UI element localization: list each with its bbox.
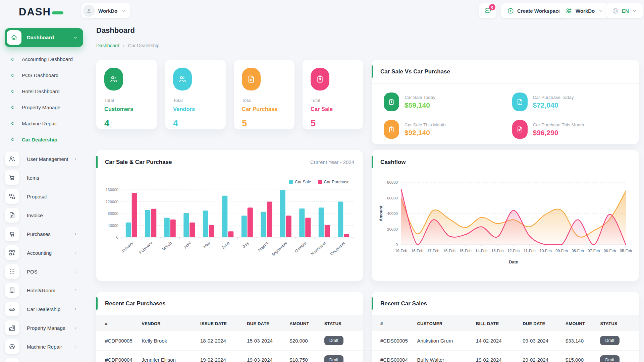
home-icon xyxy=(10,34,18,41)
sidebar-item-label: Items xyxy=(27,175,39,181)
breadcrumb: Dashboard › Car Dealership xyxy=(96,43,159,48)
cell: 19-02-2024 xyxy=(200,350,247,362)
svg-text:18-Feb: 18-Feb xyxy=(411,249,423,253)
svg-text:January: January xyxy=(120,241,134,254)
svg-text:11-Feb: 11-Feb xyxy=(524,249,536,253)
cell: $15,000 xyxy=(566,350,600,362)
sidebar-item-property-manage[interactable]: Property Manage xyxy=(0,318,90,337)
sidebar-subitem-pos-dashboard[interactable]: POS Dashboard xyxy=(0,67,90,83)
sidebar-item-calender[interactable]: Calender xyxy=(0,356,90,362)
card-header: Cashflow xyxy=(372,150,639,174)
column-header: VENDOR xyxy=(142,316,200,331)
svg-text:80000: 80000 xyxy=(108,212,118,216)
legend-item-car-sale[interactable]: Car Sale xyxy=(289,180,311,184)
chevron-right-icon xyxy=(73,269,78,274)
svp-value: $96,290 xyxy=(533,129,584,137)
sidebar-item-invoice[interactable]: Invoice xyxy=(0,206,90,225)
svp-item-car-sale-today: Car Sale Today$59,140 xyxy=(384,93,499,111)
cell: $20,000 xyxy=(289,331,324,350)
messages-button[interactable]: 0 xyxy=(479,3,496,18)
status-cell: Draft xyxy=(324,331,363,350)
chevron-right-icon xyxy=(73,157,78,161)
sidebar-item-pos[interactable]: POS xyxy=(0,262,90,281)
sidebar-subitem-label: Accounting Dashboard xyxy=(22,56,73,62)
sidebar-item-dashboard[interactable]: Dashboard xyxy=(5,28,83,47)
invoice-icon xyxy=(8,212,16,219)
chevron-right-icon xyxy=(73,288,78,293)
cell: Buffy Walter xyxy=(417,350,476,362)
svg-text:0: 0 xyxy=(116,235,118,239)
sidebar-item-car-dealership[interactable]: Car Dealership xyxy=(0,300,90,318)
breadcrumb-dashboard-link[interactable]: Dashboard xyxy=(96,43,119,48)
sidebar-item-label: Invoice xyxy=(27,213,43,218)
card-header: Recent Car Purchases xyxy=(96,292,363,316)
sidebar-menu: User ManagementItemsProposalInvoicePurch… xyxy=(0,149,90,362)
column-header: AMOUNT xyxy=(289,316,324,331)
sidebar-item-label: Purchases xyxy=(27,231,51,237)
workspace-selector[interactable]: WorkDo xyxy=(82,3,130,18)
globe-icon xyxy=(612,7,619,14)
column-header: AMOUNT xyxy=(566,316,600,331)
grid-dots-icon-box xyxy=(5,264,19,279)
svg-text:20000: 20000 xyxy=(387,227,398,231)
cart-icon xyxy=(8,230,16,238)
sidebar-item-accounting[interactable]: Accounting xyxy=(0,243,90,262)
stat-value: 5 xyxy=(242,118,286,129)
create-workspace-button[interactable]: Create Workspace xyxy=(501,3,567,18)
car-sale-vs-purchase-card: Car Sale Vs Car Purchase Car Sale Today$… xyxy=(372,60,639,144)
sidebar-item-label: Accounting xyxy=(27,250,52,256)
sidebar-item-label: Car Dealership xyxy=(27,306,60,312)
building-icon-box xyxy=(5,283,19,298)
svg-text:40000: 40000 xyxy=(387,212,398,216)
svg-text:April: April xyxy=(183,241,192,249)
bullet-icon xyxy=(11,105,15,110)
svp-grid: Car Sale Today$59,140Car Purchase Today$… xyxy=(372,84,639,144)
stat-label: Customers xyxy=(104,106,149,112)
sidebar-subitem-property-manage[interactable]: Property Manage xyxy=(0,99,90,115)
svg-text:13-Feb: 13-Feb xyxy=(491,249,503,253)
svg-text:Date: Date xyxy=(509,260,518,264)
sidebar-subitem-car-dealership[interactable]: Car Dealership xyxy=(0,131,90,147)
logo-dash-icon xyxy=(52,11,63,14)
sidebar-item-user-management[interactable]: User Management xyxy=(0,149,90,168)
card-title: Cashflow xyxy=(380,159,406,166)
recent-purchases-table: #VENDORISSUE DATEDUE DATEAMOUNTSTATUS #C… xyxy=(96,316,363,362)
workspace-name: WorkDo xyxy=(98,8,117,14)
car-sale-purchase-chart-card: Car Sale & Car Purchase Current Year - 2… xyxy=(96,150,363,281)
sidebar-item-purchases[interactable]: Purchases xyxy=(0,225,90,243)
property-icon-box xyxy=(5,320,19,335)
bullet-icon xyxy=(11,57,15,61)
sidebar-subitem-hotel-dashboard[interactable]: Hotel Dashboard xyxy=(0,83,90,99)
column-header: STATUS xyxy=(600,316,639,331)
card-header: Recent Car Sales xyxy=(372,292,639,316)
svg-text:120000: 120000 xyxy=(106,200,118,204)
proposal-icon xyxy=(8,193,16,200)
svg-text:July: July xyxy=(241,241,250,249)
grid-plus-icon xyxy=(566,7,573,14)
cell: 19-03-2024 xyxy=(247,350,289,362)
sidebar-subitem-machine-repair[interactable]: Machine Repair xyxy=(0,115,90,131)
legend-swatch xyxy=(289,180,293,184)
svg-text:October: October xyxy=(294,241,308,254)
legend-item-car-purchase[interactable]: Car Purchase xyxy=(318,180,350,184)
cell: #CDP00005 xyxy=(96,331,142,350)
column-header: BILL DATE xyxy=(476,316,523,331)
cell: Jennifer Ellison xyxy=(142,350,200,362)
invoice-icon-box xyxy=(5,208,19,223)
sidebar-item-proposal[interactable]: Proposal xyxy=(0,187,90,206)
users-icon xyxy=(104,68,123,90)
stat-card-car-sale: TotalCar Sale5 xyxy=(303,60,363,129)
sidebar-item-machine-repair[interactable]: Machine Repair xyxy=(0,337,90,356)
sidebar-item-hotel-room[interactable]: Hotel&Room xyxy=(0,281,90,300)
card-title: Recent Car Sales xyxy=(380,300,427,307)
sidebar-subitem-accounting-dashboard[interactable]: Accounting Dashboard xyxy=(0,51,90,67)
table-header-row: #VENDORISSUE DATEDUE DATEAMOUNTSTATUS xyxy=(96,316,363,331)
workdo-menu-button[interactable]: WorkDo xyxy=(559,3,609,18)
svg-text:16-Feb: 16-Feb xyxy=(443,249,455,253)
app-logo[interactable]: DASH xyxy=(19,6,63,18)
chevron-right-icon xyxy=(73,307,78,311)
car-icon xyxy=(8,305,16,313)
cell: 09-03-2024 xyxy=(523,331,566,350)
language-button[interactable]: EN xyxy=(606,3,643,18)
sidebar-item-items[interactable]: Items xyxy=(0,168,90,187)
